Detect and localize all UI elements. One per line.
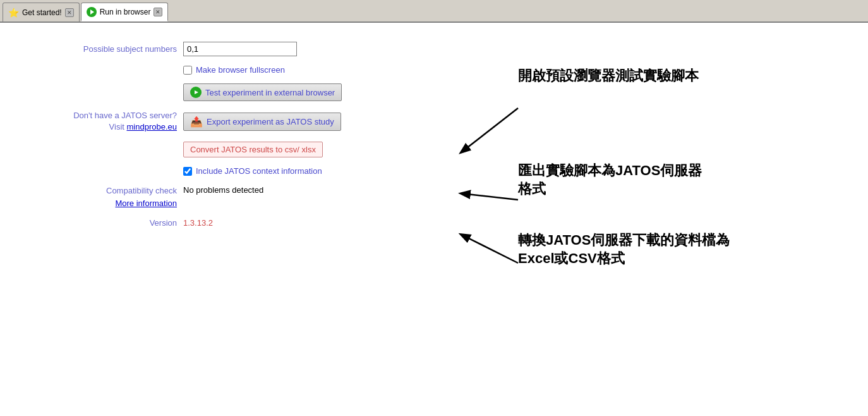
play-icon — [87, 7, 97, 17]
fullscreen-checkbox[interactable] — [183, 66, 192, 75]
mindprobe-link[interactable]: mindprobe.eu — [127, 122, 178, 132]
tab-run-browser[interactable]: Run in browser ✕ — [81, 3, 169, 21]
subject-numbers-label: Possible subject numbers — [13, 44, 177, 54]
include-jatos-checkbox[interactable] — [183, 167, 192, 176]
subject-numbers-row: Possible subject numbers — [13, 42, 442, 56]
arrows-svg — [442, 54, 853, 408]
test-button-label: Test experiment in external browser — [205, 88, 335, 97]
version-label: Version — [13, 218, 177, 228]
export-jatos-button[interactable]: 📤 Export experiment as JATOS study — [183, 113, 341, 131]
test-external-browser-button[interactable]: Test experiment in external browser — [183, 83, 342, 101]
tab-run-browser-label: Run in browser — [100, 8, 151, 16]
tab-bar: ⭐ Get started! ✕ Run in browser ✕ — [0, 0, 868, 23]
fullscreen-row: Make browser fullscreen — [183, 65, 442, 75]
star-icon: ⭐ — [8, 8, 19, 18]
tab-get-started-close[interactable]: ✕ — [65, 8, 74, 17]
test-button-row: Test experiment in external browser — [183, 83, 442, 101]
tab-get-started[interactable]: ⭐ Get started! ✕ — [3, 3, 80, 21]
subject-numbers-input[interactable] — [183, 42, 297, 56]
test-play-icon — [190, 87, 202, 98]
compat-row: Compatibility check More information No … — [13, 185, 442, 209]
svg-line-2 — [461, 235, 518, 263]
export-button-label: Export experiment as JATOS study — [207, 117, 334, 126]
version-row: Version 1.3.13.2 — [13, 218, 442, 228]
svg-line-0 — [461, 108, 518, 152]
version-value: 1.3.13.2 — [183, 218, 213, 228]
compat-label: Compatibility check More information — [13, 185, 177, 209]
convert-button-label: Convert JATOS results to csv/ xlsx — [190, 145, 316, 154]
export-row: Don't have a JATOS server? Visit mindpro… — [13, 110, 442, 133]
convert-results-button[interactable]: Convert JATOS results to csv/ xlsx — [183, 142, 323, 157]
fullscreen-label: Make browser fullscreen — [196, 65, 285, 75]
include-jatos-label: Include JATOS context information — [196, 166, 322, 176]
tab-get-started-label: Get started! — [22, 8, 62, 17]
export-icon: 📤 — [190, 116, 203, 128]
annotation-1: 開啟預設瀏覽器測試實驗腳本 — [518, 67, 699, 85]
include-jatos-row: Include JATOS context information — [183, 166, 442, 176]
annotation-3: 轉換JATOS伺服器下載的資料檔為Excel或CSV格式 — [518, 231, 730, 267]
annotation-2: 匯出實驗腳本為JATOS伺服器格式 — [518, 162, 702, 198]
main-content: Possible subject numbers Make browser fu… — [0, 23, 868, 416]
more-info-link[interactable]: More information — [13, 197, 177, 210]
export-label: Don't have a JATOS server? Visit mindpro… — [13, 110, 177, 133]
annotation-area: 開啟預設瀏覽器測試實驗腳本 匯出實驗腳本為JATOS伺服器格式 轉換JATOS伺… — [442, 54, 853, 408]
convert-row: Convert JATOS results to csv/ xlsx — [183, 142, 442, 157]
svg-line-1 — [461, 193, 518, 200]
tab-run-browser-close[interactable]: ✕ — [154, 8, 162, 16]
compat-value: No problems detected — [183, 185, 263, 195]
form-area: Possible subject numbers Make browser fu… — [0, 35, 455, 234]
